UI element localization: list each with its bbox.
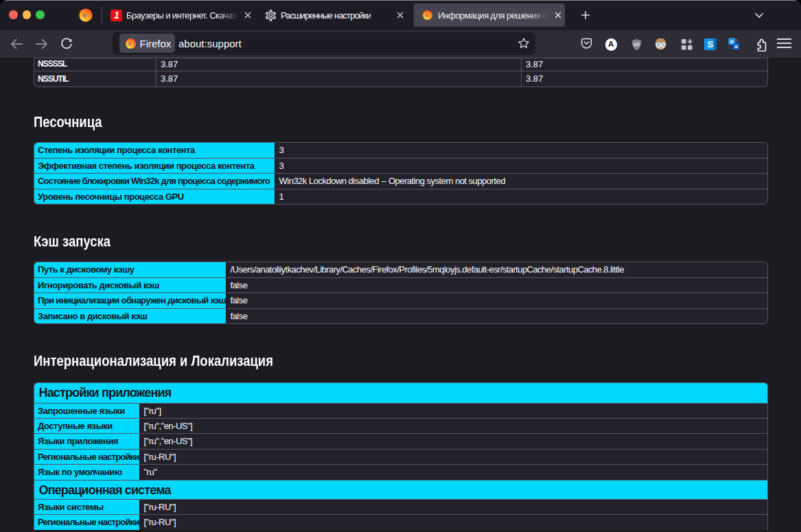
svg-text:uO: uO — [634, 42, 640, 47]
